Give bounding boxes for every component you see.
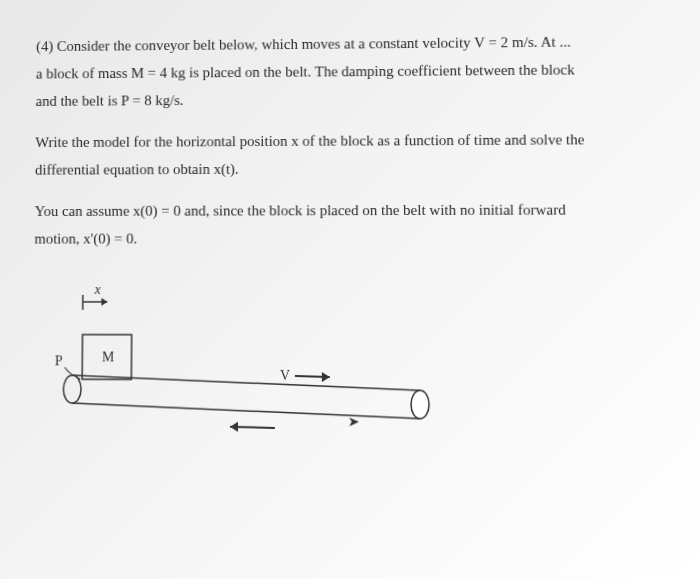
problem-text-line3: and the belt is P = 8 kg/s. [36,85,673,113]
problem-text-line6: You can assume x(0) = 0 and, since the b… [35,197,673,223]
problem-content: (4) Consider the conveyor belt below, wh… [34,19,673,251]
cursor-icon: ➤ [348,413,360,430]
velocity-indicator: V [280,368,330,383]
problem-text-line7: motion, x'(0) = 0. [34,225,673,250]
svg-point-8 [411,390,429,418]
problem-text-line2: a block of mass M = 4 kg is placed on th… [36,57,672,86]
conveyor-diagram: x M P V [52,280,501,462]
svg-line-7 [72,403,420,419]
diagram: x M P V [52,280,501,462]
problem-text-line4: Write the model for the horizontal posit… [35,127,672,154]
text-part1: Consider the conveyor belt below, which … [57,34,571,54]
svg-line-6 [72,375,420,390]
conveyor-belt [63,375,429,418]
x-label: x [94,282,102,297]
mass-label: M [102,349,114,364]
svg-point-5 [63,375,81,403]
problem-text-line5: differential equation to obtain x(t). [35,155,673,182]
question-number: (4) [36,38,53,54]
block-mass: M [82,335,131,380]
svg-marker-2 [101,298,107,306]
return-arrow [230,422,275,432]
x-axis-indicator: x [83,282,108,310]
problem-text-line1: (4) Consider the conveyor belt below, wh… [36,29,672,58]
svg-marker-10 [322,372,330,382]
velocity-label: V [280,368,290,383]
damping-label: P [55,353,63,368]
svg-marker-12 [230,422,238,432]
